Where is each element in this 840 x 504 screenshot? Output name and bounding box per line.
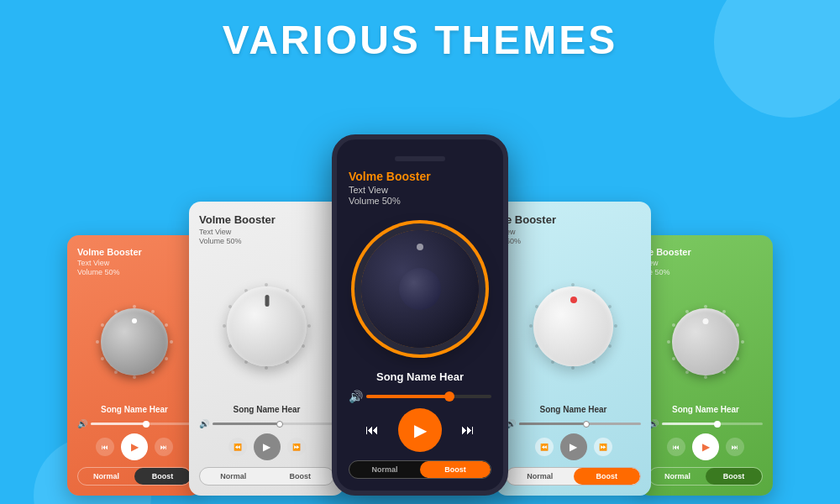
theme-card-dark-phone: Volme Booster Text View Volume 50%: [332, 134, 508, 496]
svg-point-34: [357, 302, 361, 306]
card-5-knob[interactable]: [672, 308, 739, 375]
card-phone-knob-area: [349, 216, 491, 362]
svg-point-52: [736, 323, 739, 327]
card-1-prev-btn[interactable]: ⏮: [96, 438, 114, 456]
card-phone-boost-btn[interactable]: Boost: [420, 461, 491, 478]
svg-point-28: [479, 302, 483, 306]
card-2-controls: ⏪ ▶ ⏩: [199, 433, 334, 460]
card-4-vol-fill: [519, 423, 586, 425]
card-5-prev-btn[interactable]: ⏮: [667, 438, 685, 456]
phone-notch: [395, 156, 445, 161]
card-5-normal-btn[interactable]: Normal: [649, 468, 706, 485]
card-1-controls: ⏮ ▶ ⏭: [77, 433, 192, 460]
card-5-next-btn[interactable]: ⏭: [726, 438, 744, 456]
card-2-rew-btn[interactable]: ⏪: [228, 438, 247, 456]
svg-point-25: [444, 228, 449, 233]
card-1-title: Volme Booster: [77, 247, 142, 257]
card-1-play-btn[interactable]: ▶: [121, 433, 148, 460]
card-2-vol-thumb[interactable]: [276, 421, 283, 428]
card-2-title: Volme Booster: [199, 213, 276, 226]
cards-container: Volme Booster Text View Volume 50%: [0, 134, 840, 504]
card-2-fwd-btn[interactable]: ⏩: [287, 438, 306, 456]
theme-card-gray: Volme Booster Text View Volume 50%: [189, 202, 344, 496]
card-2-volume: Volume 50%: [199, 237, 242, 245]
card-2-boost-btn[interactable]: Boost: [267, 468, 334, 485]
svg-point-29: [466, 327, 470, 331]
card-4-play-btn[interactable]: ▶: [560, 433, 587, 460]
card-2-normal-btn[interactable]: Normal: [200, 468, 267, 485]
card-4-song: Song Name Hear: [539, 405, 606, 414]
svg-point-36: [370, 247, 374, 251]
card-1-vol-thumb[interactable]: [143, 421, 150, 428]
card-1-volume: Volume 50%: [77, 268, 120, 276]
theme-card-green: e Booster ew e 50%: [638, 235, 773, 496]
card-5-vol-thumb[interactable]: [714, 421, 721, 428]
card-phone-subtitle: Text View: [349, 185, 388, 195]
card-phone-volume: Volume 50%: [349, 196, 401, 206]
card-5-controls: ⏮ ▶ ⏭: [648, 433, 763, 460]
card-phone-toggle: Normal Boost: [349, 460, 491, 479]
card-phone-vol-fill: [366, 395, 448, 398]
card-4-toggle: Normal Boost: [506, 467, 641, 486]
card-1-toggle: Normal Boost: [77, 467, 192, 486]
card-4-rew-btn[interactable]: ⏪: [535, 438, 554, 456]
svg-point-33: [370, 327, 374, 331]
card-5-title: e Booster: [648, 247, 691, 257]
card-1-subtitle: Text View: [77, 259, 109, 267]
svg-point-53: [741, 340, 744, 344]
svg-point-44: [571, 366, 575, 370]
card-4-normal-btn[interactable]: Normal: [507, 468, 574, 485]
card-5-volume: e 50%: [648, 268, 670, 276]
card-2-knob[interactable]: [227, 286, 307, 366]
card-phone-knob[interactable]: [361, 230, 479, 348]
card-2-subtitle: Text View: [199, 228, 231, 236]
card-1-vol-track[interactable]: [91, 423, 192, 425]
card-4-vol-thumb[interactable]: [583, 421, 590, 428]
card-phone-rew-btn[interactable]: ⏮: [360, 417, 385, 443]
card-phone-normal-btn[interactable]: Normal: [349, 461, 420, 478]
card-4-knob-wrap: [525, 278, 622, 375]
card-phone-title: Volme Booster: [349, 170, 431, 183]
card-1-vol-fill: [91, 423, 146, 425]
theme-card-blue: e Booster ew 50%: [496, 202, 651, 496]
svg-point-41: [614, 324, 617, 328]
card-5-boost-btn[interactable]: Boost: [706, 468, 762, 485]
card-2-toggle: Normal Boost: [199, 467, 334, 486]
card-5-play-btn[interactable]: ▶: [692, 433, 719, 460]
card-1-vol-icon: 🔊: [77, 419, 87, 428]
card-1-knob[interactable]: [101, 308, 168, 375]
svg-point-54: [736, 357, 739, 360]
theme-card-orange: Volme Booster Text View Volume 50%: [67, 235, 202, 496]
svg-point-0: [133, 305, 136, 308]
svg-point-27: [479, 272, 483, 276]
card-phone-slider: 🔊: [349, 390, 491, 403]
card-phone-knob-wrap: [351, 220, 490, 359]
card-phone-play-btn[interactable]: ▶: [398, 408, 442, 452]
card-4-vol-track[interactable]: [519, 423, 641, 425]
card-1-next-btn[interactable]: ⏭: [155, 438, 173, 456]
card-4-controls: ⏪ ▶ ⏩: [506, 433, 641, 460]
card-5-knob-area: [648, 283, 763, 400]
card-1-slider: 🔊: [77, 419, 192, 428]
card-1-knob-wrap: [92, 300, 176, 384]
card-2-vol-track[interactable]: [213, 423, 334, 425]
card-1-boost-btn[interactable]: Boost: [134, 468, 191, 485]
card-2-play-btn[interactable]: ▶: [254, 433, 281, 460]
card-phone-song: Song Name Hear: [376, 370, 464, 383]
svg-point-4: [165, 357, 168, 360]
svg-point-35: [357, 272, 361, 276]
svg-point-30: [444, 345, 449, 349]
card-2-vol-icon: 🔊: [199, 419, 209, 428]
svg-point-56: [704, 375, 707, 379]
card-1-normal-btn[interactable]: Normal: [78, 468, 134, 485]
svg-point-18: [265, 366, 268, 370]
card-5-knob-wrap: [664, 300, 748, 384]
card-5-vol-track[interactable]: [662, 423, 763, 425]
card-4-boost-btn[interactable]: Boost: [574, 468, 641, 485]
card-phone-fwd-btn[interactable]: ⏭: [455, 417, 480, 443]
card-4-knob[interactable]: [533, 286, 613, 366]
card-4-fwd-btn[interactable]: ⏩: [594, 438, 612, 456]
card-phone-vol-thumb[interactable]: [444, 391, 454, 402]
card-phone-vol-track[interactable]: [366, 395, 491, 398]
card-5-slider: 🔊: [648, 419, 763, 428]
